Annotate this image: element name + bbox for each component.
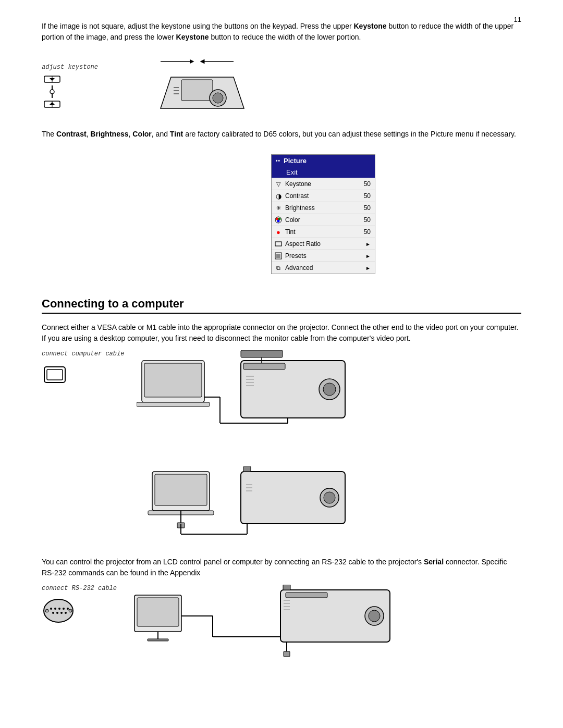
svg-point-60 (54, 608, 56, 610)
menu-item-advanced[interactable]: ⧉ Advanced ► (272, 262, 375, 274)
color-value: 50 (364, 216, 371, 224)
keystone-menu-icon: ▽ (274, 179, 283, 189)
svg-point-20 (277, 220, 280, 223)
menu-item-tint[interactable]: ● Tint 50 (272, 226, 375, 238)
brightness-value: 50 (364, 204, 371, 212)
svg-rect-71 (137, 598, 179, 626)
svg-rect-49 (243, 466, 251, 472)
menu-dots-icon: •• (276, 158, 280, 164)
menu-exit-item[interactable]: Exit (272, 167, 375, 178)
connect-cable-left: connect computer cable (42, 350, 124, 389)
menu-item-brightness[interactable]: ✳ Brightness 50 (272, 202, 375, 214)
menu-item-presets[interactable]: Presets ► (272, 250, 375, 262)
color-menu-icon (274, 215, 283, 225)
svg-point-64 (52, 612, 54, 614)
menu-header: •• Picture (272, 155, 375, 167)
svg-marker-7 (50, 102, 55, 105)
svg-point-4 (50, 90, 54, 94)
aspect-ratio-menu-icon (274, 239, 283, 249)
keystone-label: Keystone (285, 180, 362, 188)
cable-icon (42, 362, 124, 389)
svg-point-67 (65, 612, 67, 614)
svg-rect-73 (148, 639, 168, 641)
rs232-caption: connect RS-232 cable (42, 585, 117, 592)
presets-menu-icon (274, 251, 283, 261)
svg-point-62 (63, 608, 65, 610)
menu-item-aspect-ratio[interactable]: Aspect Ratio ► (272, 238, 375, 250)
rs232-diagram-right (129, 585, 521, 664)
svg-rect-28 (137, 402, 210, 406)
keystone-paragraph: If the image is not square, adjust the k… (42, 21, 521, 43)
rs232-paragraph: You can control the projector from an LC… (42, 557, 521, 578)
connect-cable-m1-svg (137, 466, 356, 545)
connecting-heading: Connecting to a computer (42, 297, 521, 314)
svg-rect-21 (275, 242, 282, 246)
tint-menu-icon: ● (274, 227, 283, 237)
picture-paragraph: The Contrast, Brightness, Color, and Tin… (42, 129, 521, 140)
svg-rect-81 (284, 651, 290, 657)
svg-rect-79 (283, 585, 290, 590)
keystone-bottom-icon (42, 100, 63, 108)
picture-menu: •• Picture Exit ▽ Keystone 50 ◑ Contrast… (271, 154, 375, 274)
contrast-menu-icon: ◑ (274, 191, 283, 201)
svg-rect-41 (241, 350, 283, 357)
svg-rect-23 (276, 254, 280, 258)
tint-label: Tint (285, 228, 362, 236)
tint-value: 50 (364, 228, 371, 236)
connect-cable-svg (137, 350, 356, 465)
svg-point-68 (45, 609, 48, 612)
svg-rect-25 (47, 369, 63, 380)
keystone-caption: adjust keystone (42, 64, 98, 71)
svg-point-59 (50, 608, 52, 610)
rs232-left: connect RS-232 cable (42, 585, 117, 626)
presets-arrow-icon: ► (365, 253, 371, 259)
menu-title: Picture (284, 157, 307, 165)
keystone-top-icon (42, 75, 63, 83)
keystone-value: 50 (364, 180, 371, 188)
menu-item-keystone[interactable]: ▽ Keystone 50 (272, 178, 375, 190)
svg-marker-2 (50, 78, 55, 81)
connect-cable-diagram: connect computer cable (42, 350, 521, 546)
rs232-diagram: connect RS-232 cable (42, 585, 521, 664)
keystone-projector-svg (129, 51, 265, 119)
svg-point-83 (369, 610, 380, 622)
svg-point-65 (56, 612, 58, 614)
contrast-value: 50 (364, 192, 371, 200)
connecting-paragraph: Connect either a VESA cable or M1 cable … (42, 322, 521, 344)
keystone-icon (42, 75, 63, 108)
menu-item-color[interactable]: Color 50 (272, 214, 375, 226)
connect-cable-caption: connect computer cable (42, 350, 124, 357)
svg-rect-88 (286, 593, 327, 598)
advanced-menu-icon: ⧉ (274, 263, 283, 273)
keystone-figure-left: adjust keystone (42, 64, 98, 108)
aspect-ratio-label: Aspect Ratio (285, 240, 363, 248)
rs232-svg (129, 585, 400, 663)
connect-cable-diagram-right (137, 350, 521, 546)
contrast-label: Contrast (285, 192, 362, 200)
svg-rect-34 (243, 363, 285, 369)
svg-point-69 (69, 609, 72, 612)
color-label: Color (285, 216, 362, 224)
brightness-label: Brightness (285, 204, 362, 212)
advanced-arrow-icon: ► (365, 265, 371, 271)
svg-rect-11 (181, 80, 213, 101)
keystone-rod-icon (50, 85, 55, 98)
svg-rect-27 (144, 363, 202, 397)
svg-point-61 (58, 608, 60, 610)
aspect-ratio-arrow-icon: ► (365, 241, 371, 247)
svg-rect-44 (155, 474, 207, 505)
picture-menu-container: •• Picture Exit ▽ Keystone 50 ◑ Contrast… (42, 146, 521, 282)
svg-point-63 (67, 608, 69, 610)
menu-item-contrast[interactable]: ◑ Contrast 50 (272, 190, 375, 202)
svg-point-66 (60, 612, 63, 614)
brightness-menu-icon: ✳ (274, 203, 283, 213)
keystone-projector-diagram (129, 51, 265, 120)
page-number: 11 (514, 16, 521, 23)
svg-point-13 (213, 93, 223, 103)
rs232-icon (42, 596, 117, 626)
keystone-figure-row: adjust keystone (42, 51, 521, 120)
svg-point-33 (323, 383, 336, 396)
presets-label: Presets (285, 252, 363, 260)
svg-point-51 (324, 492, 335, 503)
advanced-label: Advanced (285, 264, 363, 272)
